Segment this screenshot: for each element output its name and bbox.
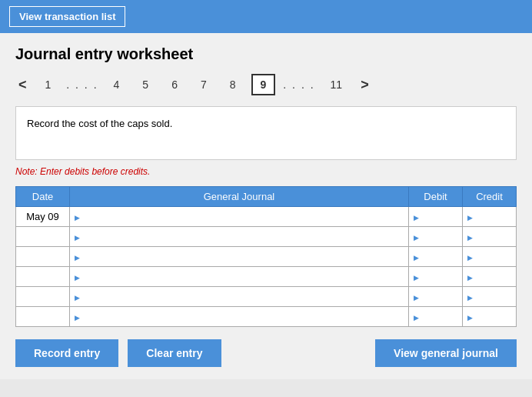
credit-cell[interactable]: [463, 247, 517, 267]
debit-cell[interactable]: [409, 227, 463, 247]
table-row: [16, 227, 517, 247]
gj-cell[interactable]: [70, 267, 409, 287]
main-content: Journal entry worksheet < 1 . . . . 4 5 …: [0, 33, 532, 379]
gj-cell[interactable]: [70, 307, 409, 327]
page-num-9[interactable]: 9: [251, 74, 276, 95]
table-row: [16, 307, 517, 327]
pagination-dots-right: . . . .: [283, 78, 314, 91]
credit-cell[interactable]: [463, 267, 517, 287]
page-num-11[interactable]: 11: [323, 75, 351, 94]
gj-cell[interactable]: [70, 227, 409, 247]
col-header-general-journal: General Journal: [70, 187, 409, 207]
credit-cell[interactable]: [463, 287, 517, 307]
table-row: [16, 247, 517, 267]
debit-cell[interactable]: [409, 287, 463, 307]
col-header-date: Date: [16, 187, 70, 207]
pagination-next-arrow[interactable]: >: [357, 75, 372, 95]
pagination: < 1 . . . . 4 5 6 7 8 9 . . . . 11 >: [15, 74, 517, 95]
date-cell: [16, 287, 70, 307]
credit-cell[interactable]: [463, 227, 517, 247]
view-transaction-button[interactable]: View transaction list: [9, 6, 125, 27]
date-cell: May 09: [16, 207, 70, 227]
journal-table: Date General Journal Debit Credit May 09: [15, 186, 517, 327]
page-num-5[interactable]: 5: [135, 75, 156, 94]
top-bar: View transaction list: [0, 0, 532, 33]
table-row: May 09: [16, 207, 517, 227]
debit-cell[interactable]: [409, 267, 463, 287]
view-general-journal-button[interactable]: View general journal: [375, 339, 517, 367]
page-num-7[interactable]: 7: [193, 75, 214, 94]
gj-cell[interactable]: [70, 207, 409, 227]
gj-cell[interactable]: [70, 247, 409, 267]
page-num-4[interactable]: 4: [106, 75, 128, 94]
date-cell: [16, 267, 70, 287]
record-entry-button[interactable]: Record entry: [15, 339, 118, 367]
col-header-debit: Debit: [409, 187, 463, 207]
pagination-prev-arrow[interactable]: <: [15, 75, 30, 95]
clear-entry-button[interactable]: Clear entry: [128, 339, 221, 367]
buttons-row: Record entry Clear entry View general jo…: [15, 339, 517, 367]
pagination-dots-left: . . . .: [66, 78, 98, 91]
debit-cell[interactable]: [409, 307, 463, 327]
page-num-8[interactable]: 8: [222, 75, 244, 94]
table-row: [16, 267, 517, 287]
date-cell: [16, 247, 70, 267]
debit-cell[interactable]: [409, 247, 463, 267]
page-num-6[interactable]: 6: [164, 75, 185, 94]
page-title: Journal entry worksheet: [15, 45, 517, 63]
table-row: [16, 287, 517, 307]
credit-cell[interactable]: [463, 307, 517, 327]
debit-cell[interactable]: [409, 207, 463, 227]
instruction-text: Record the cost of the caps sold.: [27, 118, 172, 129]
note-text: Note: Enter debits before credits.: [15, 166, 517, 177]
gj-cell[interactable]: [70, 287, 409, 307]
date-cell: [16, 227, 70, 247]
date-cell: [16, 307, 70, 327]
credit-cell[interactable]: [463, 207, 517, 227]
page-num-1[interactable]: 1: [38, 75, 59, 94]
instruction-box: Record the cost of the caps sold.: [15, 106, 517, 160]
col-header-credit: Credit: [463, 187, 517, 207]
